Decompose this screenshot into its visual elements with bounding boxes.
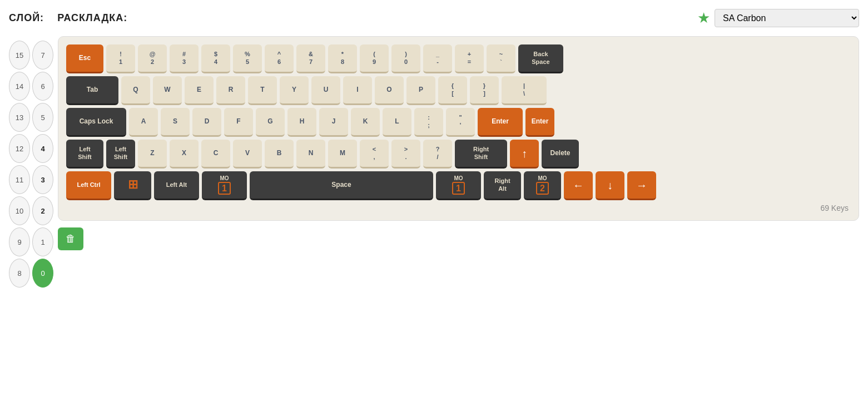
key-s[interactable]: S: [161, 108, 190, 137]
key-t[interactable]: T: [248, 76, 277, 105]
key-enter-2[interactable]: Enter: [525, 108, 554, 137]
key-win[interactable]: ⊞: [114, 171, 151, 200]
key-slash[interactable]: ?/: [423, 140, 452, 169]
key-leftalt[interactable]: Left Alt: [154, 171, 199, 200]
key-g[interactable]: G: [256, 108, 285, 137]
key-tab[interactable]: Tab: [66, 76, 118, 105]
sidebar-right-0[interactable]: 0: [32, 259, 53, 288]
sidebar-left-8[interactable]: 8: [9, 259, 30, 288]
key-c[interactable]: C: [201, 140, 230, 169]
key-l[interactable]: L: [383, 108, 411, 137]
key-leftshift-1[interactable]: LeftShift: [66, 140, 103, 169]
key-z[interactable]: Z: [138, 140, 167, 169]
key-left[interactable]: ←: [564, 171, 593, 200]
key-lbracket[interactable]: {[: [438, 76, 467, 105]
key-mo1-right[interactable]: MO 1: [436, 171, 481, 200]
sidebar-pair: 146: [9, 72, 53, 101]
key-x[interactable]: X: [170, 140, 199, 169]
key-space[interactable]: Space: [250, 171, 433, 200]
key-esc[interactable]: Esc: [66, 44, 103, 73]
key-quote[interactable]: "': [446, 108, 475, 137]
key-k[interactable]: K: [351, 108, 380, 137]
key-q[interactable]: Q: [121, 76, 150, 105]
key-m[interactable]: M: [328, 140, 357, 169]
sidebar-right-5[interactable]: 5: [32, 103, 53, 132]
key-7[interactable]: &7: [296, 44, 325, 73]
key-i[interactable]: I: [343, 76, 372, 105]
key-mo1-left[interactable]: MO 1: [202, 171, 247, 200]
key-mo2[interactable]: MO 2: [524, 171, 561, 200]
key-capslock[interactable]: Caps Lock: [66, 108, 126, 137]
key-leftctrl[interactable]: Left Ctrl: [66, 171, 111, 200]
key-n[interactable]: N: [296, 140, 325, 169]
key-down[interactable]: ↓: [596, 171, 624, 200]
favorite-icon[interactable]: ★: [697, 9, 710, 27]
key-6[interactable]: ^6: [265, 44, 294, 73]
key-w[interactable]: W: [153, 76, 182, 105]
keyboard: Esc !1 @2 #3 $4 %5 ^6 &7 *8 (9 )0 _- += …: [58, 36, 859, 221]
key-right[interactable]: →: [627, 171, 656, 200]
key-u[interactable]: U: [311, 76, 340, 105]
key-p[interactable]: P: [406, 76, 435, 105]
sidebar-left-12[interactable]: 12: [9, 134, 30, 163]
key-e[interactable]: E: [185, 76, 214, 105]
key-3[interactable]: #3: [170, 44, 199, 73]
row-number: Esc !1 @2 #3 $4 %5 ^6 &7 *8 (9 )0 _- += …: [66, 44, 851, 73]
key-v[interactable]: V: [233, 140, 262, 169]
sidebar-pair: 80: [9, 259, 53, 288]
key-rightshift[interactable]: RightShift: [455, 140, 507, 169]
row-bottom: Left Ctrl ⊞ Left Alt MO 1 Space MO 1: [66, 171, 851, 200]
key-delete[interactable]: Delete: [542, 140, 579, 169]
key-enter-1[interactable]: Enter: [478, 108, 523, 137]
key-8[interactable]: *8: [328, 44, 357, 73]
sidebar-left-10[interactable]: 10: [9, 196, 30, 225]
key-b[interactable]: B: [265, 140, 294, 169]
key-o[interactable]: O: [375, 76, 404, 105]
delete-layer-button[interactable]: 🗑: [58, 227, 83, 250]
key-minus[interactable]: _-: [423, 44, 452, 73]
key-0[interactable]: )0: [391, 44, 420, 73]
key-y[interactable]: Y: [280, 76, 309, 105]
row-home: Caps Lock A S D F G H J K L :; "' Enter …: [66, 108, 851, 137]
key-backslash[interactable]: |\: [502, 76, 547, 105]
key-backspace[interactable]: BackSpace: [518, 44, 563, 73]
key-1[interactable]: !1: [106, 44, 135, 73]
sidebar-left-15[interactable]: 15: [9, 41, 30, 70]
sidebar-left-9[interactable]: 9: [9, 227, 30, 256]
key-leftshift-2[interactable]: LeftShift: [106, 140, 135, 169]
key-up[interactable]: ↑: [510, 140, 539, 169]
key-h[interactable]: H: [287, 108, 316, 137]
sidebar-right-1[interactable]: 1: [32, 227, 53, 256]
sidebar-pair: 135: [9, 103, 53, 132]
key-2[interactable]: @2: [138, 44, 167, 73]
sidebar-pair: 102: [9, 196, 53, 225]
sidebar-right-2[interactable]: 2: [32, 196, 53, 225]
sidebar-left-11[interactable]: 11: [9, 165, 30, 194]
key-rightalt[interactable]: RightAlt: [484, 171, 521, 200]
sidebar: 1571461351241131029180: [9, 38, 53, 288]
key-equals[interactable]: +=: [455, 44, 484, 73]
key-a[interactable]: A: [129, 108, 158, 137]
key-tilde[interactable]: ~`: [487, 44, 515, 73]
key-rbracket[interactable]: }]: [470, 76, 499, 105]
sidebar-left-14[interactable]: 14: [9, 72, 30, 101]
sidebar-right-3[interactable]: 3: [32, 165, 53, 194]
windows-icon: ⊞: [128, 177, 138, 192]
key-r[interactable]: R: [216, 76, 245, 105]
key-f[interactable]: F: [224, 108, 253, 137]
profile-select[interactable]: SA Carbon SA Pulse GMK Carbon XDA Gradie…: [715, 9, 859, 27]
sidebar-right-7[interactable]: 7: [32, 41, 53, 70]
sidebar-left-13[interactable]: 13: [9, 103, 30, 132]
key-j[interactable]: J: [319, 108, 348, 137]
key-semicolon[interactable]: :;: [414, 108, 443, 137]
sidebar-right-6[interactable]: 6: [32, 72, 53, 101]
row-qwerty: Tab Q W E R T Y U I O P {[ }] |\: [66, 76, 851, 105]
key-comma[interactable]: <,: [360, 140, 389, 169]
key-period[interactable]: >.: [391, 140, 420, 169]
key-d[interactable]: D: [192, 108, 221, 137]
key-4[interactable]: $4: [201, 44, 230, 73]
sidebar-right-4[interactable]: 4: [32, 134, 53, 163]
key-9[interactable]: (9: [360, 44, 389, 73]
key-5[interactable]: %5: [233, 44, 262, 73]
layout-label: РАСКЛАДКА:: [57, 12, 127, 24]
